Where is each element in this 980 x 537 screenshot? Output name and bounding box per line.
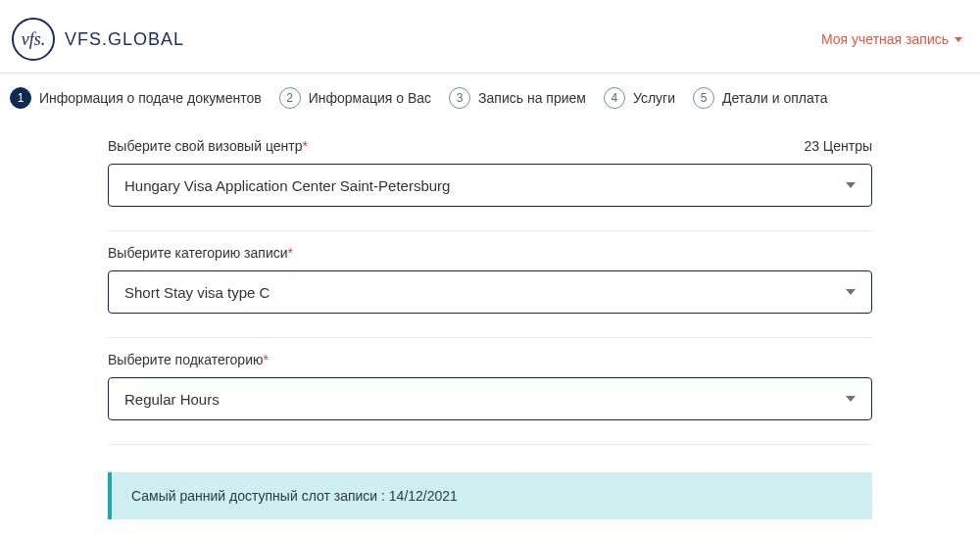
step-label: Информация о подаче документов	[39, 90, 262, 106]
earliest-slot-text: Самый ранний доступный слот записи : 14/…	[131, 488, 458, 504]
field-subcategory: Выберите подкатегорию* Regular Hours	[108, 338, 872, 445]
category-select[interactable]: Short Stay visa type C	[108, 270, 872, 314]
step-number: 1	[10, 87, 31, 109]
visa-center-select[interactable]: Hungary Visa Application Center Saint-Pe…	[108, 164, 872, 207]
step-4[interactable]: 4 Услуги	[604, 87, 675, 109]
required-mark: *	[263, 352, 268, 367]
required-mark: *	[302, 138, 307, 154]
select-value: Short Stay visa type C	[124, 284, 270, 301]
step-number: 4	[604, 87, 625, 109]
progress-stepper: 1 Информация о подаче документов 2 Инфор…	[0, 73, 980, 124]
form-container: Выберите свой визовый центр* 23 Центры H…	[0, 124, 980, 519]
field-label: Выберите подкатегорию*	[108, 352, 269, 367]
logo: vfs. VFS.GLOBAL	[12, 18, 184, 61]
field-label: Выберите свой визовый центр*	[108, 138, 308, 154]
step-1[interactable]: 1 Информация о подаче документов	[10, 87, 262, 109]
field-label: Выберите категорию записи*	[108, 245, 293, 261]
step-3[interactable]: 3 Запись на прием	[449, 87, 586, 109]
label-text: Выберите подкатегорию	[108, 352, 263, 367]
subcategory-select[interactable]: Regular Hours	[108, 377, 872, 420]
step-2[interactable]: 2 Информация о Вас	[279, 87, 431, 109]
chevron-down-icon	[846, 182, 856, 188]
chevron-down-icon	[846, 289, 856, 295]
step-label: Информация о Вас	[309, 90, 431, 106]
chevron-down-icon	[846, 396, 856, 402]
step-number: 3	[449, 87, 470, 109]
earliest-slot-banner: Самый ранний доступный слот записи : 14/…	[108, 472, 872, 519]
label-row: Выберите категорию записи*	[108, 245, 872, 261]
label-row: Выберите свой визовый центр* 23 Центры	[108, 138, 872, 154]
select-value: Hungary Visa Application Center Saint-Pe…	[124, 177, 450, 194]
account-menu-label: Моя учетная запись	[821, 31, 949, 47]
account-menu[interactable]: Моя учетная запись	[821, 31, 962, 47]
step-label: Детали и оплата	[722, 90, 828, 106]
field-category: Выберите категорию записи* Short Stay vi…	[108, 231, 872, 338]
app-header: vfs. VFS.GLOBAL Моя учетная запись	[0, 0, 980, 73]
logo-text: VFS.GLOBAL	[65, 29, 184, 50]
chevron-down-icon	[955, 37, 962, 42]
required-mark: *	[288, 245, 293, 261]
step-label: Запись на прием	[478, 90, 586, 106]
step-number: 2	[279, 87, 301, 109]
step-5[interactable]: 5 Детали и оплата	[693, 87, 828, 109]
label-row: Выберите подкатегорию*	[108, 352, 872, 367]
step-number: 5	[693, 87, 714, 109]
select-value: Regular Hours	[124, 391, 220, 408]
label-text: Выберите категорию записи	[108, 245, 288, 261]
step-label: Услуги	[633, 90, 675, 106]
field-visa-center: Выберите свой визовый центр* 23 Центры H…	[108, 124, 872, 231]
label-text: Выберите свой визовый центр	[108, 138, 302, 154]
center-count: 23 Центры	[804, 138, 872, 154]
logo-mark: vfs.	[12, 18, 55, 61]
